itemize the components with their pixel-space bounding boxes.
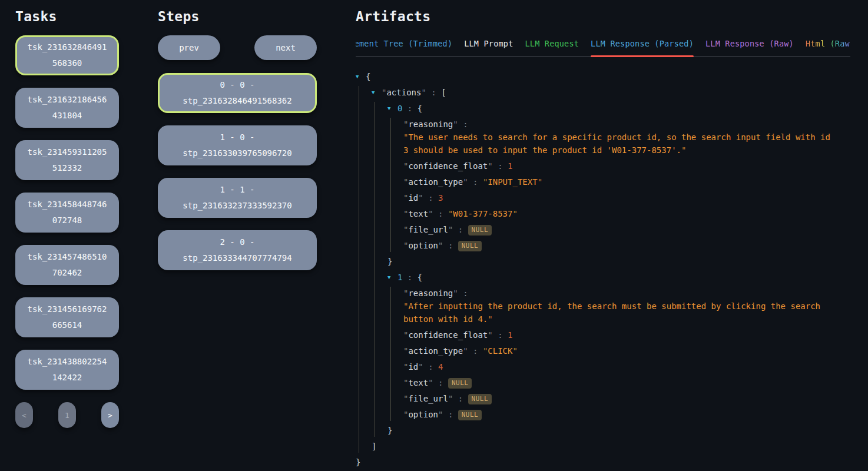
tab-label: LLM Response (Parsed) [591, 39, 694, 48]
json-string-value: INPUT_TEXT [488, 177, 537, 187]
json-key: confidence_float [408, 161, 488, 171]
collapse-arrow-icon[interactable]: ▼ [356, 70, 362, 83]
json-key: confidence_float [408, 330, 488, 340]
tab-llm-response-parsed[interactable]: LLM Response (Parsed) [591, 35, 694, 56]
json-string-value: W01-377-8537 [453, 209, 512, 218]
task-button[interactable]: tsk_231456169762665614 [15, 297, 119, 337]
json-children: ▼"actions" : [▼0 : {"reasoning" : "The u… [359, 86, 850, 453]
json-property: "confidence_float" : 1 [403, 329, 850, 341]
null-badge: NULL [468, 394, 492, 404]
json-number-value: 1 [508, 161, 512, 171]
json-property: "file_url" : NULL [403, 392, 850, 405]
json-open-row: ▼1 : { [387, 271, 850, 284]
json-property: "action_type" : "CLICK" [403, 344, 850, 357]
json-property: "option" : NULL [403, 239, 850, 252]
json-key: actions [386, 88, 421, 97]
step-button[interactable]: 2 - 0 - stp_231633344707774794 [158, 230, 317, 270]
task-button[interactable]: tsk_231632846491568360 [15, 35, 119, 75]
json-property: "file_url" : NULL [403, 223, 850, 236]
json-tree-viewer: ▼{▼"actions" : [▼0 : {"reasoning" : "The… [356, 70, 850, 469]
artifacts-panel: Artifacts Element Tree (Trimmed)LLM Prom… [356, 7, 850, 471]
tab-label: Element Tree (Trimmed) [356, 39, 452, 48]
tab-element-tree-trimmed[interactable]: Element Tree (Trimmed) [356, 35, 452, 56]
steps-title: Steps [158, 7, 317, 26]
tasks-panel: Tasks tsk_231632846491568360tsk_23163218… [15, 7, 119, 428]
tasks-next-page-button[interactable]: > [101, 402, 119, 428]
json-key: file_url [408, 225, 448, 234]
json-close-row: } [387, 424, 850, 437]
next-step-button[interactable]: next [254, 35, 317, 60]
json-key: action_type [408, 177, 463, 187]
task-button[interactable]: tsk_231438802254142422 [15, 350, 119, 390]
steps-panel: Steps prev next 0 - 0 - stp_231632846491… [158, 7, 317, 283]
json-close-row: } [356, 456, 850, 469]
json-children: ▼0 : {"reasoning" : "The user needs to s… [375, 102, 850, 437]
json-property: "reasoning" : "The user needs to search … [403, 118, 850, 157]
json-open-row: ▼{ [356, 70, 850, 83]
collapse-arrow-icon[interactable]: ▼ [387, 271, 393, 284]
artifact-tab-strip: Element Tree (Trimmed)LLM PromptLLM Requ… [356, 35, 850, 57]
json-key: text [408, 378, 428, 387]
task-button[interactable]: tsk_231457486510702462 [15, 245, 119, 285]
json-key: action_type [408, 346, 463, 356]
json-string-value: "The user needs to search for a specific… [403, 131, 833, 157]
tasks-pagination: < 1 > [15, 402, 119, 428]
json-key: reasoning [408, 120, 453, 129]
json-property: "id" : 3 [403, 191, 850, 204]
collapse-arrow-icon[interactable]: ▼ [372, 86, 377, 99]
null-badge: NULL [448, 378, 472, 389]
json-key: text [408, 209, 428, 218]
json-string-value: CLICK [488, 346, 512, 356]
tab-label: LLM Prompt [464, 39, 513, 48]
null-badge: NULL [458, 410, 482, 420]
task-button[interactable]: tsk_231458448746072748 [15, 193, 119, 233]
tab-label: Html (Raw) [806, 39, 850, 48]
tasks-page-number-button[interactable]: 1 [58, 402, 76, 428]
step-list: 0 - 0 - stp_2316328464915683621 - 0 - st… [158, 73, 317, 270]
json-key: file_url [408, 394, 448, 403]
json-property: "action_type" : "INPUT_TEXT" [403, 175, 850, 188]
step-button[interactable]: 1 - 1 - stp_231633237333592370 [158, 178, 317, 218]
null-badge: NULL [458, 241, 482, 251]
artifacts-title: Artifacts [356, 7, 850, 26]
json-children: "reasoning" : "After inputting the produ… [390, 287, 850, 421]
collapse-arrow-icon[interactable]: ▼ [387, 102, 393, 115]
tab-llm-request[interactable]: LLM Request [525, 35, 579, 56]
json-property: "option" : NULL [403, 408, 850, 421]
json-key: id [408, 362, 418, 372]
null-badge: NULL [468, 225, 492, 236]
tab-llm-prompt[interactable]: LLM Prompt [464, 35, 513, 56]
json-number-value: 4 [438, 362, 443, 372]
json-open-row: ▼"actions" : [ [372, 86, 850, 99]
tab-label: LLM Response (Raw) [705, 39, 794, 48]
tab-label: LLM Request [525, 39, 579, 48]
json-key: option [408, 410, 438, 419]
json-property: "reasoning" : "After inputting the produ… [403, 287, 850, 326]
tasks-title: Tasks [15, 7, 119, 26]
json-string-value: "After inputting the product id, the sea… [403, 300, 833, 326]
step-nav: prev next [158, 35, 317, 60]
step-button[interactable]: 1 - 0 - stp_231633039765096720 [158, 125, 317, 165]
json-property: "text" : "W01-377-8537" [403, 207, 850, 220]
json-close-row: } [387, 255, 850, 268]
task-list: tsk_231632846491568360tsk_23163218645643… [15, 35, 119, 390]
tasks-prev-page-button[interactable]: < [15, 402, 33, 428]
prev-step-button[interactable]: prev [158, 35, 220, 60]
task-button[interactable]: tsk_231459311205512332 [15, 140, 119, 180]
step-button[interactable]: 0 - 0 - stp_231632846491568362 [158, 73, 317, 113]
tab-llm-response-raw[interactable]: LLM Response (Raw) [705, 35, 794, 56]
task-button[interactable]: tsk_231632186456431804 [15, 88, 119, 128]
json-open-row: ▼0 : { [387, 102, 850, 115]
json-children: "reasoning" : "The user needs to search … [390, 118, 850, 252]
json-property: "confidence_float" : 1 [403, 160, 850, 173]
json-number-value: 1 [508, 330, 512, 340]
json-key: id [408, 193, 418, 203]
tab-html-raw[interactable]: Html (Raw) [806, 35, 850, 56]
json-property: "text" : NULL [403, 376, 850, 389]
json-number-value: 3 [438, 193, 443, 203]
json-close-row: ] [372, 440, 850, 453]
json-property: "id" : 4 [403, 360, 850, 373]
json-key: option [408, 241, 438, 250]
artifact-tabs-wrap: Element Tree (Trimmed)LLM PromptLLM Requ… [356, 35, 850, 57]
json-key: reasoning [408, 288, 453, 298]
